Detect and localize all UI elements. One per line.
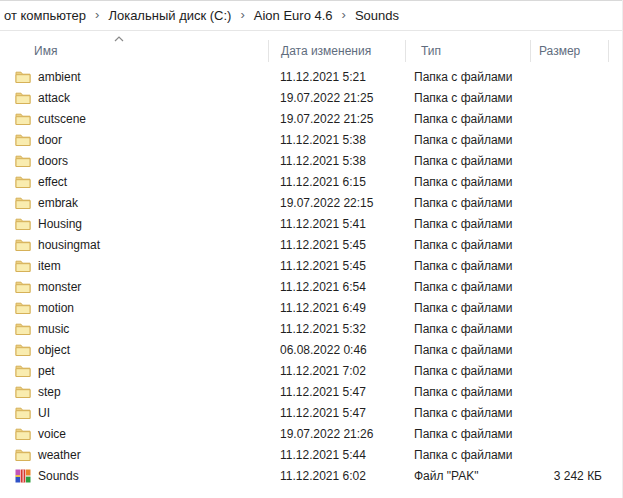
file-row[interactable]: doors 11.12.2021 5:38 Папка с файлами xyxy=(0,150,622,171)
item-type: Папка с файлами xyxy=(405,322,530,336)
item-date: 11.12.2021 6:15 xyxy=(268,175,405,189)
file-row[interactable]: step 11.12.2021 5:47 Папка с файлами xyxy=(0,381,622,402)
item-type: Папка с файлами xyxy=(405,385,530,399)
item-date: 19.07.2022 22:15 xyxy=(268,196,405,210)
item-type: Папка с файлами xyxy=(405,154,530,168)
item-type: Файл "PAK" xyxy=(405,469,530,483)
item-type: Папка с файлами xyxy=(405,91,530,105)
file-explorer-window: от компьютер›Локальный диск (C:)›Aion Eu… xyxy=(0,0,623,498)
column-header-date[interactable]: Дата изменения xyxy=(268,40,405,62)
item-date: 11.12.2021 5:32 xyxy=(268,322,405,336)
item-type: Папка с файлами xyxy=(405,259,530,273)
item-name: motion xyxy=(38,301,74,315)
item-date: 19.07.2022 21:25 xyxy=(268,112,405,126)
folder-icon xyxy=(15,69,31,85)
breadcrumb-chevron-icon[interactable]: › xyxy=(89,7,105,22)
item-date: 11.12.2021 7:02 xyxy=(268,364,405,378)
item-date: 11.12.2021 5:41 xyxy=(268,217,405,231)
item-type: Папка с файлами xyxy=(405,448,530,462)
folder-icon xyxy=(15,342,31,358)
item-name: object xyxy=(38,343,70,357)
item-type: Папка с файлами xyxy=(405,196,530,210)
folder-icon xyxy=(15,237,31,253)
item-name: monster xyxy=(38,280,81,294)
item-type: Папка с файлами xyxy=(405,301,530,315)
file-row[interactable]: object 06.08.2022 0:46 Папка с файлами xyxy=(0,339,622,360)
item-date: 11.12.2021 5:47 xyxy=(268,406,405,420)
item-type: Папка с файлами xyxy=(405,175,530,189)
folder-icon xyxy=(15,258,31,274)
item-date: 19.07.2022 21:26 xyxy=(268,427,405,441)
item-type: Папка с файлами xyxy=(405,112,530,126)
file-row[interactable]: weather 11.12.2021 5:44 Папка с файлами xyxy=(0,444,622,465)
item-name: effect xyxy=(38,175,67,189)
item-date: 11.12.2021 6:54 xyxy=(268,280,405,294)
item-date: 11.12.2021 5:38 xyxy=(268,154,405,168)
file-row[interactable]: pet 11.12.2021 7:02 Папка с файлами xyxy=(0,360,622,381)
file-row[interactable]: ambient 11.12.2021 5:21 Папка с файлами xyxy=(0,66,622,87)
column-header-size[interactable]: Размер xyxy=(530,40,608,62)
folder-icon xyxy=(15,132,31,148)
column-header-name[interactable]: Имя xyxy=(0,40,268,62)
item-type: Папка с файлами xyxy=(405,280,530,294)
file-row[interactable]: Housing 11.12.2021 5:41 Папка с файлами xyxy=(0,213,622,234)
column-headers: Имя Дата изменения Тип Размер xyxy=(0,31,622,62)
file-row[interactable]: UI 11.12.2021 5:47 Папка с файлами xyxy=(0,402,622,423)
item-type: Папка с файлами xyxy=(405,70,530,84)
folder-icon xyxy=(15,405,31,421)
column-header-spacer xyxy=(608,40,622,62)
file-row[interactable]: attack 19.07.2022 21:25 Папка с файлами xyxy=(0,87,622,108)
breadcrumb-item[interactable]: от компьютер xyxy=(1,8,89,23)
item-name: Housing xyxy=(38,217,82,231)
folder-icon xyxy=(15,279,31,295)
folder-icon xyxy=(15,90,31,106)
folder-icon xyxy=(15,111,31,127)
folder-icon xyxy=(15,321,31,337)
item-name: door xyxy=(38,133,62,147)
file-row[interactable]: door 11.12.2021 5:38 Папка с файлами xyxy=(0,129,622,150)
file-row[interactable]: monster 11.12.2021 6:54 Папка с файлами xyxy=(0,276,622,297)
file-row[interactable]: voice 19.07.2022 21:26 Папка с файлами xyxy=(0,423,622,444)
item-date: 11.12.2021 5:21 xyxy=(268,70,405,84)
item-name: item xyxy=(38,259,61,273)
item-type: Папка с файлами xyxy=(405,406,530,420)
file-row[interactable]: effect 11.12.2021 6:15 Папка с файлами xyxy=(0,171,622,192)
breadcrumb-item[interactable]: Sounds xyxy=(352,8,402,23)
file-row[interactable]: item 11.12.2021 5:45 Папка с файлами xyxy=(0,255,622,276)
item-date: 19.07.2022 21:25 xyxy=(268,91,405,105)
item-name: embrak xyxy=(38,196,78,210)
folder-icon xyxy=(15,363,31,379)
breadcrumb-item[interactable]: Локальный диск (C:) xyxy=(105,8,234,23)
folder-icon xyxy=(15,216,31,232)
sort-ascending-icon[interactable] xyxy=(114,36,124,42)
item-name: step xyxy=(38,385,61,399)
item-date: 11.12.2021 5:44 xyxy=(268,448,405,462)
file-row[interactable]: embrak 19.07.2022 22:15 Папка с файлами xyxy=(0,192,622,213)
file-row[interactable]: cutscene 19.07.2022 21:25 Папка с файлам… xyxy=(0,108,622,129)
folder-icon xyxy=(15,447,31,463)
item-type: Папка с файлами xyxy=(405,217,530,231)
breadcrumb-item[interactable]: Aion Euro 4.6 xyxy=(251,8,336,23)
item-size: 3 242 КБ xyxy=(530,469,608,483)
item-name: voice xyxy=(38,427,66,441)
breadcrumb: от компьютер›Локальный диск (C:)›Aion Eu… xyxy=(0,0,622,31)
breadcrumb-chevron-icon[interactable]: › xyxy=(336,7,352,22)
item-type: Папка с файлами xyxy=(405,238,530,252)
item-type: Папка с файлами xyxy=(405,133,530,147)
file-row[interactable]: motion 11.12.2021 6:49 Папка с файлами xyxy=(0,297,622,318)
folder-icon xyxy=(15,300,31,316)
file-row[interactable]: music 11.12.2021 5:32 Папка с файлами xyxy=(0,318,622,339)
file-row[interactable]: housingmat 11.12.2021 5:45 Папка с файла… xyxy=(0,234,622,255)
file-row[interactable]: Sounds 11.12.2021 6:02 Файл "PAK" 3 242 … xyxy=(0,465,622,486)
breadcrumb-chevron-icon[interactable]: › xyxy=(234,7,250,22)
item-type: Папка с файлами xyxy=(405,364,530,378)
item-type: Папка с файлами xyxy=(405,343,530,357)
item-name: ambient xyxy=(38,70,81,84)
item-name: Sounds xyxy=(38,469,79,483)
column-header-type[interactable]: Тип xyxy=(405,40,530,62)
item-name: UI xyxy=(38,406,50,420)
item-name: attack xyxy=(38,91,70,105)
folder-icon xyxy=(15,195,31,211)
item-name: housingmat xyxy=(38,238,100,252)
item-date: 11.12.2021 6:49 xyxy=(268,301,405,315)
